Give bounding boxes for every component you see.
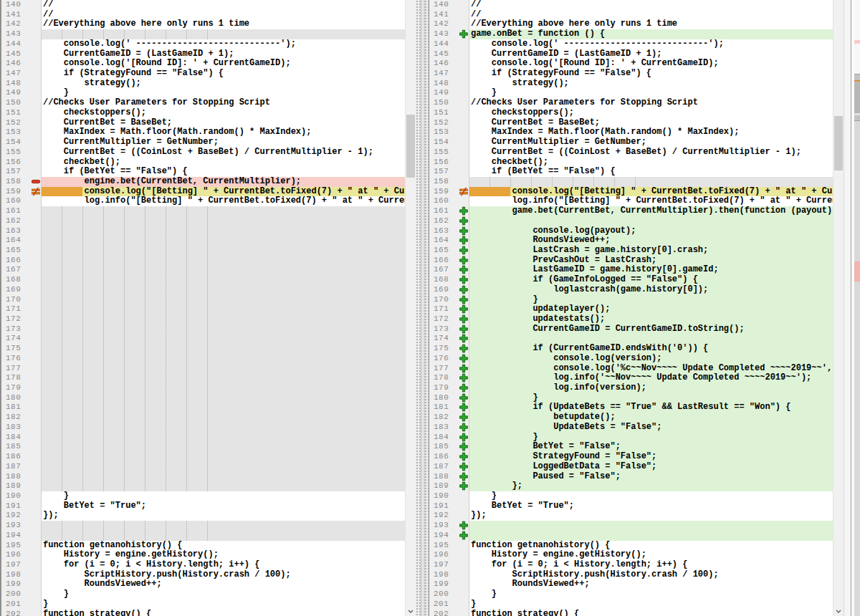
code-text: } xyxy=(42,600,406,610)
line-gutter: 179 xyxy=(429,383,469,393)
code-text: loglastcrash(game.history[0]); xyxy=(469,285,833,295)
diff-row: 145 CurrentGameID = (LastGameID + 1); xyxy=(429,49,833,59)
line-number: 192 xyxy=(429,511,469,521)
line-number: 185 xyxy=(1,442,41,452)
line-gutter: 167 xyxy=(429,265,469,275)
plus-added-icon xyxy=(459,206,469,216)
line-gutter: 165 xyxy=(429,246,469,256)
left-file-pane[interactable]: 140//141//142//Everything above here onl… xyxy=(0,0,416,616)
plus-added-icon xyxy=(459,334,469,343)
diff-row: 148 strategy(); xyxy=(429,79,833,89)
line-number: 168 xyxy=(1,275,41,285)
line-number: 158 xyxy=(429,177,469,187)
diff-row: 156 checkbet(); xyxy=(429,158,833,168)
code-text: } xyxy=(42,589,406,600)
diff-row: 168 xyxy=(1,275,406,285)
code-text xyxy=(42,295,406,305)
left-scrollbar-thumb[interactable] xyxy=(406,115,415,178)
line-gutter: 149 xyxy=(429,88,469,98)
diff-row: 164 xyxy=(1,236,406,246)
line-gutter: 169 xyxy=(429,285,469,295)
line-number: 183 xyxy=(1,423,41,433)
line-gutter: 198 xyxy=(429,570,469,580)
diff-row: 151 checkstoppers(); xyxy=(1,108,406,118)
diff-row: 199 RoundsViewed++; xyxy=(429,579,833,589)
plus-added-icon xyxy=(459,413,469,422)
line-gutter: 153 xyxy=(1,127,42,138)
line-number: 188 xyxy=(1,472,41,482)
line-number: 157 xyxy=(1,167,41,177)
left-pane-scrollbar[interactable] xyxy=(405,0,416,616)
diff-location-map[interactable] xyxy=(854,0,860,616)
line-gutter: 173 xyxy=(1,324,42,335)
left-scroll-down-button[interactable] xyxy=(406,606,416,616)
diff-row: 185 BetYet = "False"; xyxy=(429,442,833,452)
line-number: 202 xyxy=(429,610,469,616)
code-text: if (UpdateBets == "True" && LastResult =… xyxy=(469,403,833,413)
line-gutter: 167 xyxy=(1,265,42,275)
code-text: // xyxy=(469,10,833,20)
line-gutter: 194 xyxy=(429,531,469,541)
line-number: 141 xyxy=(1,10,41,20)
chevron-down-icon xyxy=(836,610,841,613)
diff-row: 180 } xyxy=(429,393,833,403)
line-number: 171 xyxy=(1,304,41,314)
line-number: 201 xyxy=(1,600,41,610)
code-text xyxy=(469,531,833,541)
code-text: History = engine.getHistory(); xyxy=(42,550,406,560)
diff-row: 160 log.info("[Betting] " + CurrentBet.t… xyxy=(1,196,406,206)
line-gutter: 177 xyxy=(1,364,42,374)
plus-added-icon xyxy=(459,344,469,353)
diff-row: 199 RoundsViewed++; xyxy=(1,579,406,589)
diff-row: 200 } xyxy=(429,589,833,600)
diff-row: 144 console.log(' ----------------------… xyxy=(429,39,833,49)
line-number: 200 xyxy=(429,589,469,600)
line-number: 155 xyxy=(429,148,469,158)
line-gutter: 154 xyxy=(1,138,42,148)
diff-row: 198 ScriptHistory.push(History.crash / 1… xyxy=(429,570,833,580)
code-text: if (BetYet == "False") { xyxy=(42,167,406,177)
line-number: 201 xyxy=(429,600,469,610)
diff-row: 172 updatestats(); xyxy=(429,314,833,324)
diff-row: 169 xyxy=(1,285,406,295)
code-text: console.log(version); xyxy=(469,354,833,364)
plus-added-icon xyxy=(459,29,469,39)
diff-row: 198 ScriptHistory.push(History.crash / 1… xyxy=(1,570,406,580)
diff-location-bar[interactable] xyxy=(851,0,860,616)
line-number: 174 xyxy=(1,334,41,344)
diff-row: 170 xyxy=(1,295,406,305)
diff-row: 146 console.log('[Round ID]: ' + Current… xyxy=(429,59,833,69)
code-text: LastCrash = game.history[0].crash; xyxy=(469,246,833,256)
line-number: 166 xyxy=(1,256,41,266)
line-number: 150 xyxy=(1,98,41,108)
code-text: } xyxy=(469,589,833,600)
diff-row: 146 console.log('[Round ID]: ' + Current… xyxy=(1,59,406,69)
diff-row: 159 console.log("[Betting] " + CurrentBe… xyxy=(429,187,833,197)
code-text xyxy=(42,354,406,364)
diff-row: 187 xyxy=(1,462,406,472)
right-file-pane[interactable]: 140//141//142//Everything above here onl… xyxy=(429,0,844,616)
line-gutter: 159 xyxy=(1,187,42,197)
diff-row: 178 log.info('~~Nov~~~~ Update Completed… xyxy=(429,373,833,383)
code-text: console.log(' --------------------------… xyxy=(469,39,833,49)
line-gutter: 190 xyxy=(1,491,42,501)
right-pane-scrollbar[interactable] xyxy=(833,0,844,616)
diff-row: 157 if (BetYet == "False") { xyxy=(1,167,406,177)
code-text: } xyxy=(469,88,833,98)
right-scrollbar-thumb[interactable] xyxy=(834,116,843,170)
nav-viewport-mark[interactable] xyxy=(854,74,860,121)
line-gutter: 177 xyxy=(429,364,469,374)
line-gutter: 197 xyxy=(429,560,469,570)
line-gutter: 164 xyxy=(1,236,42,246)
line-gutter: 152 xyxy=(1,118,42,128)
diff-row: 183 UpdateBets = "False"; xyxy=(429,423,833,433)
code-text: log.info("[Betting] " + CurrentBet.toFix… xyxy=(469,196,833,206)
window-frame-gap xyxy=(844,0,851,616)
right-scroll-down-button[interactable] xyxy=(833,606,844,616)
line-gutter: 158 xyxy=(429,177,469,187)
code-text xyxy=(42,216,406,226)
diff-row: 194 xyxy=(429,531,833,541)
code-text: log.info('~~Nov~~~~ Update Completed ~~~… xyxy=(469,373,833,383)
pane-splitter[interactable] xyxy=(416,0,429,616)
code-text xyxy=(469,521,833,531)
